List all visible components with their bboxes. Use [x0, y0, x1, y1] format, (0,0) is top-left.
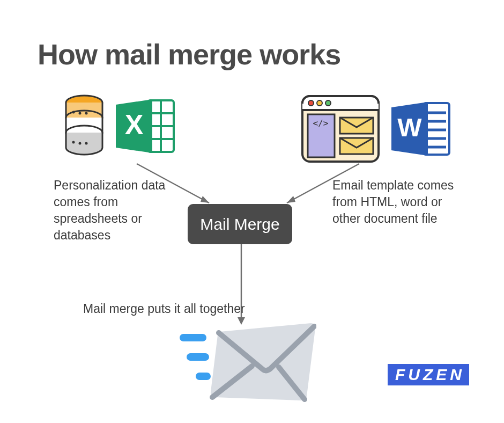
svg-marker-32 [201, 196, 209, 203]
svg-point-8 [85, 142, 88, 145]
svg-point-18 [308, 100, 314, 106]
svg-point-7 [79, 142, 81, 145]
svg-point-4 [79, 112, 81, 115]
svg-rect-39 [196, 373, 211, 380]
svg-point-20 [325, 100, 331, 106]
database-icon [62, 94, 107, 158]
excel-letter: X [125, 109, 144, 140]
svg-rect-38 [187, 353, 209, 361]
arrow-template-to-merge [273, 161, 365, 215]
svg-point-19 [317, 100, 322, 106]
data-source-icons: X [62, 94, 177, 158]
page-title: How mail merge works [38, 38, 340, 71]
svg-text:</>: </> [313, 118, 329, 128]
word-letter: W [397, 113, 422, 142]
excel-icon: X [110, 94, 177, 158]
svg-point-3 [72, 111, 75, 114]
envelope-send-icon [177, 317, 316, 410]
template-source-icons: </> W [300, 94, 453, 164]
output-caption: Mail merge puts it all together [83, 301, 265, 317]
svg-line-31 [137, 164, 209, 203]
html-window-icon: </> [300, 94, 381, 164]
svg-rect-37 [180, 334, 206, 341]
word-icon: W [386, 97, 453, 161]
svg-point-5 [85, 112, 88, 115]
svg-marker-34 [287, 196, 295, 203]
svg-point-6 [72, 141, 75, 144]
arrow-data-to-merge [134, 161, 225, 215]
svg-line-33 [287, 164, 359, 203]
fuzen-logo: FUZEN [388, 364, 469, 385]
